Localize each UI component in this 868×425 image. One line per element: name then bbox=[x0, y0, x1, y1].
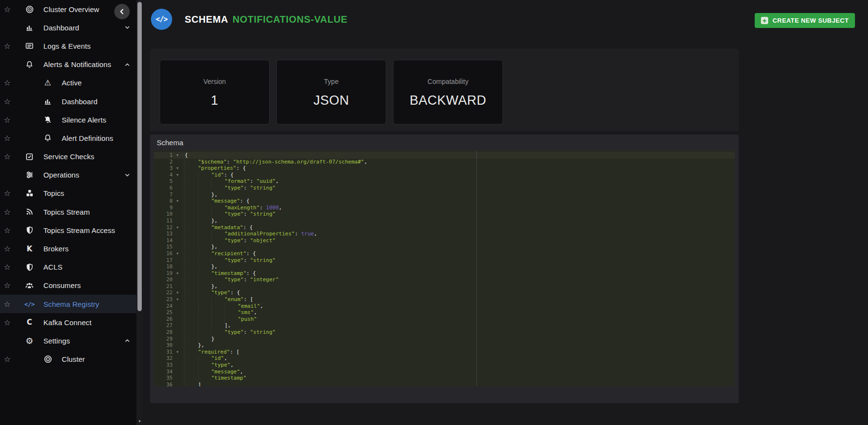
code-line[interactable]: } bbox=[185, 336, 735, 343]
sidebar-item-label: Alerts & Notifications bbox=[43, 60, 111, 69]
sidebar-item-topics[interactable]: ☆Topics bbox=[0, 184, 136, 203]
code-line[interactable]: }, bbox=[185, 244, 735, 250]
code-line[interactable]: }, bbox=[185, 342, 735, 349]
code-line[interactable]: "maxLength": 1000, bbox=[185, 205, 735, 211]
sidebar-item-consumers[interactable]: ☆Consumers bbox=[0, 276, 136, 295]
code-line[interactable]: "$schema": "http://json-schema.org/draft… bbox=[185, 159, 735, 165]
favorite-star-icon[interactable]: ☆ bbox=[0, 355, 14, 364]
sidebar-item-schema-registry[interactable]: ☆</>Schema Registry bbox=[0, 295, 136, 313]
code-line[interactable]: }, bbox=[185, 218, 735, 224]
sidebar-item-settings[interactable]: ⚙Settings bbox=[0, 331, 136, 350]
line-number: 33 bbox=[166, 362, 173, 369]
fold-arrow-icon[interactable]: ▾ bbox=[176, 165, 178, 172]
fold-arrow-icon[interactable]: ▾ bbox=[176, 224, 178, 231]
chevron-down-icon[interactable] bbox=[124, 172, 131, 178]
sidebar-item-dashboard[interactable]: ☆Dashboard bbox=[0, 92, 136, 110]
code-line[interactable]: "id", bbox=[185, 355, 735, 362]
sidebar-item-brokers[interactable]: ☆KBrokers bbox=[0, 239, 136, 258]
code-line[interactable]: }, bbox=[185, 283, 735, 290]
favorite-star-icon[interactable]: ☆ bbox=[0, 97, 14, 106]
favorite-star-icon[interactable]: ☆ bbox=[0, 5, 14, 14]
sidebar-item-topics-stream-access[interactable]: ☆Topics Stream Access bbox=[0, 221, 136, 239]
favorite-star-icon[interactable]: ☆ bbox=[0, 318, 14, 327]
chevron-down-icon[interactable] bbox=[124, 24, 131, 31]
line-number: 25 bbox=[166, 309, 173, 316]
fold-arrow-icon[interactable]: ▾ bbox=[176, 250, 178, 257]
line-number: 23 bbox=[166, 296, 173, 303]
sidebar-item-cluster[interactable]: ☆Cluster bbox=[0, 350, 136, 369]
favorite-star-icon[interactable]: ☆ bbox=[0, 244, 14, 253]
code-line[interactable]: "additionalProperties": true, bbox=[185, 231, 735, 237]
code-line[interactable]: "type": "object" bbox=[185, 237, 735, 244]
code-line[interactable]: "enum": [ bbox=[185, 296, 735, 303]
sidebar-item-acls[interactable]: ☆ACLS bbox=[0, 258, 136, 276]
chevron-up-icon[interactable] bbox=[124, 61, 131, 68]
favorite-star-icon[interactable]: ☆ bbox=[0, 78, 14, 87]
code-line[interactable]: "type", bbox=[185, 362, 735, 369]
chevron-up-icon[interactable] bbox=[124, 337, 131, 344]
fold-arrow-icon[interactable]: ▾ bbox=[176, 198, 178, 205]
sidebar-item-active[interactable]: ☆⚠Active bbox=[0, 74, 136, 92]
code-line[interactable]: "type": { bbox=[185, 289, 735, 296]
sidebar-item-operations[interactable]: Operations bbox=[0, 166, 136, 184]
sidebar-collapse-button[interactable] bbox=[114, 4, 130, 19]
sidebar-item-logs-events[interactable]: ☆Logs & Events bbox=[0, 37, 136, 55]
code-line[interactable]: "type": "string" bbox=[185, 211, 735, 218]
favorite-star-icon[interactable]: ☆ bbox=[0, 281, 14, 290]
code-line[interactable]: ], bbox=[185, 322, 735, 329]
favorite-star-icon[interactable]: ☆ bbox=[0, 41, 14, 51]
code-line[interactable]: "push" bbox=[185, 316, 735, 323]
favorite-star-icon[interactable]: ☆ bbox=[0, 152, 14, 161]
fold-arrow-icon[interactable]: ▾ bbox=[176, 152, 178, 159]
scrollbar-down-arrow-icon[interactable]: ▾ bbox=[136, 419, 143, 424]
fold-arrow-icon[interactable]: ▾ bbox=[176, 289, 178, 296]
code-line[interactable]: "type": "string" bbox=[185, 329, 735, 336]
code-line[interactable]: "sms", bbox=[185, 309, 735, 316]
code-line[interactable]: "message": { bbox=[185, 198, 735, 205]
sidebar-item-kafka-connect[interactable]: ☆CKafka Connect bbox=[0, 313, 136, 331]
scrollbar-thumb[interactable] bbox=[137, 2, 142, 311]
code-line[interactable]: "email", bbox=[185, 303, 735, 310]
code-line[interactable]: ] bbox=[185, 382, 735, 386]
schema-code-editor[interactable]: 1▾23▾4▾5678▾9101112▾13141516▾171819▾2021… bbox=[154, 151, 735, 386]
code-line[interactable]: "timestamp": { bbox=[185, 270, 735, 277]
sidebar-item-label: Service Checks bbox=[43, 152, 95, 161]
code-line[interactable]: "properties": { bbox=[185, 165, 735, 172]
fold-arrow-icon[interactable]: ▾ bbox=[176, 270, 178, 277]
favorite-star-icon[interactable]: ☆ bbox=[0, 189, 14, 198]
code-line[interactable]: }, bbox=[185, 263, 735, 270]
favorite-star-icon[interactable]: ☆ bbox=[0, 300, 14, 309]
sidebar-item-alert-definitions[interactable]: ☆Alert Definitions bbox=[0, 129, 136, 147]
favorite-star-icon[interactable]: ☆ bbox=[0, 115, 14, 124]
fold-arrow-icon[interactable]: ▾ bbox=[176, 349, 178, 356]
code-line[interactable]: "type": "integer" bbox=[185, 276, 735, 283]
code-line[interactable]: "message", bbox=[185, 369, 735, 375]
fold-arrow-icon[interactable]: ▾ bbox=[176, 296, 178, 303]
favorite-star-icon[interactable]: ☆ bbox=[0, 262, 14, 272]
sidebar-item-dashboard[interactable]: Dashboard bbox=[0, 18, 136, 37]
sidebar-item-silence-alerts[interactable]: ☆Silence Alerts bbox=[0, 110, 136, 129]
code-line[interactable]: "type": "string" bbox=[185, 257, 735, 264]
sidebar-item-topics-stream[interactable]: ☆Topics Stream bbox=[0, 203, 136, 221]
create-new-subject-button[interactable]: + CREATE NEW SUBJECT bbox=[755, 13, 855, 28]
sidebar-item-label: Active bbox=[62, 79, 81, 87]
favorite-star-icon[interactable]: ☆ bbox=[0, 134, 14, 143]
favorite-star-icon[interactable]: ☆ bbox=[0, 207, 14, 217]
sidebar-item-service-checks[interactable]: ☆Service Checks bbox=[0, 148, 136, 166]
code-line[interactable]: "format": "uuid", bbox=[185, 178, 735, 185]
code-line[interactable]: "id": { bbox=[185, 172, 735, 178]
code-line[interactable]: "metadata": { bbox=[185, 224, 735, 231]
editor-code[interactable]: { "$schema": "http://json-schema.org/dra… bbox=[185, 152, 735, 386]
favorite-star-icon[interactable]: ☆ bbox=[0, 226, 14, 235]
sidebar-item-alerts-notifications[interactable]: Alerts & Notifications bbox=[0, 55, 136, 74]
code-line[interactable]: { bbox=[185, 152, 735, 159]
code-line[interactable]: "recipient": { bbox=[185, 250, 735, 257]
code-line[interactable]: "required": [ bbox=[185, 349, 735, 356]
code-line[interactable]: }, bbox=[185, 192, 735, 198]
code-line[interactable]: "type": "string" bbox=[185, 185, 735, 192]
people-icon bbox=[23, 279, 36, 292]
bar-chart-icon bbox=[23, 21, 36, 34]
sidebar-scrollbar[interactable]: ▾ bbox=[136, 0, 143, 425]
code-line[interactable]: "timestamp" bbox=[185, 375, 735, 382]
fold-arrow-icon[interactable]: ▾ bbox=[176, 172, 178, 178]
